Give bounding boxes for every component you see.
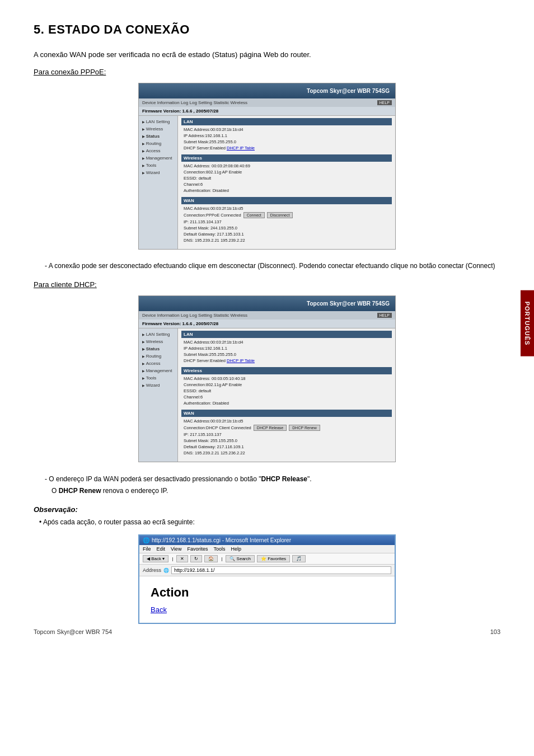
r2-sidebar-wireless[interactable]: Wireless (139, 338, 177, 345)
ie-titlebar-text: http://192.168.1.1/status.cgi - Microsof… (152, 537, 291, 543)
observation-bullet: Após cada acção, o router passa ao ecrã … (39, 517, 500, 528)
ie-back-link[interactable]: Back (151, 605, 383, 614)
ie-address-input[interactable] (171, 566, 391, 574)
bullet2-line2: O DHCP Renew renova o endereço IP. (51, 487, 168, 495)
router2-wireless-title: Wireless (181, 367, 392, 374)
ie-menu-file[interactable]: File (143, 546, 151, 552)
router2-wireless-row2: ESSID: default (181, 388, 392, 394)
ie-search-btn[interactable]: 🔍 Search (226, 555, 255, 562)
router1-wan-row1: Connection:PPPoE Connected Connect Disco… (181, 212, 392, 219)
ie-menu-favorites[interactable]: Favorites (187, 546, 208, 552)
r2-sidebar-management[interactable]: Management (139, 367, 177, 374)
router2-wireless-row1: Connection:802.11g AP Enable (181, 382, 392, 388)
router2-lan-row3: DHCP Server:Enabled DHCP IP Table (181, 358, 392, 364)
sidebar-management[interactable]: Management (139, 154, 177, 162)
router1-sidebar: LAN Setting Wireless Status Routing Acce… (139, 116, 178, 249)
intro-text: A conexão WAN pode ser verificada no ecr… (34, 50, 500, 59)
router1-wan-block: WAN MAC Address:00:03:2f:1b:1b:d5 Connec… (181, 197, 392, 243)
ie-address-label: Address (143, 567, 161, 573)
router1-help-btn[interactable]: HELP (377, 100, 392, 105)
router2-wireless-row0: MAC Address: 00:03:05:10:40:18 (181, 375, 392, 382)
router1-firmware: Firmware Version: 1.6.6 , 2005/07/28 (139, 107, 395, 116)
router1-lan-title: LAN (181, 118, 392, 125)
router2-dhcp-release-btn[interactable]: DHCP Release (254, 425, 287, 431)
router2-screenshot: Topcom Skyr@cer WBR 754SG Device Informa… (138, 295, 396, 462)
ie-home-btn[interactable]: 🏠 (204, 555, 218, 562)
footer-right: 103 (490, 628, 500, 635)
ie-menu-help[interactable]: Help (231, 546, 241, 552)
router2-wireless-block: Wireless MAC Address: 00:03:05:10:40:18 … (181, 367, 392, 406)
router2-wan-connection-text: Connection:DHCP Client Connected (184, 425, 252, 430)
ie-refresh-btn[interactable]: ↻ (190, 555, 202, 562)
router2-dhcp-table-link[interactable]: DHCP IP Table (227, 358, 255, 363)
router2-dhcp-renew-btn[interactable]: DHCP Renew (289, 425, 320, 431)
router2-wireless-row3: Channel:6 (181, 394, 392, 400)
sidebar-status[interactable]: Status (139, 133, 177, 140)
router2-wan-block: WAN MAC Address:00:03:2f:1b:1b:d5 Connec… (181, 410, 392, 456)
ie-menu-edit[interactable]: Edit (157, 546, 166, 552)
router1-wan-row2: IP: 211.135.104.137 (181, 219, 392, 225)
router1-wireless-row0: MAC Address: 00:03:2f:08:08:40:69 (181, 163, 392, 169)
ie-favorites-btn[interactable]: ⭐ Favorites (257, 555, 290, 562)
router1-wan-row4: Default Gateway: 217.135.103.1 (181, 231, 392, 237)
router1-wireless-row1: Connection:802.11g AP Enable (181, 169, 392, 175)
sidebar-access[interactable]: Access (139, 147, 177, 154)
r2-sidebar-routing[interactable]: Routing (139, 353, 177, 360)
r2-sidebar-lan-setting[interactable]: LAN Setting (139, 331, 177, 338)
router2-lan-row1: IP Address:192.168.1.1 (181, 345, 392, 351)
r2-sidebar-tools[interactable]: Tools (139, 374, 177, 382)
router1-body: LAN Setting Wireless Status Routing Acce… (139, 116, 395, 249)
router2-body: LAN Setting Wireless Status Routing Acce… (139, 328, 395, 462)
ie-content: Action Back (139, 576, 395, 623)
router1-nav: Device Information Log Log Setting Stati… (139, 98, 395, 107)
router1-lan-row1: IP Address:192.168.1.1 (181, 133, 392, 139)
sidebar-language-tab: PORTUGUÊS (521, 290, 534, 356)
sidebar-tools[interactable]: Tools (139, 162, 177, 169)
router2-help-btn[interactable]: HELP (377, 313, 392, 318)
ie-media-btn[interactable]: 🎵 (292, 555, 306, 562)
router1-wireless-row3: Channel:6 (181, 181, 392, 187)
bullet2-line1: O endereço IP da WAN poderá ser desactiv… (49, 475, 311, 483)
r2-sidebar-access[interactable]: Access (139, 360, 177, 367)
r2-sidebar-status[interactable]: Status (139, 345, 177, 353)
router2-main: LAN MAC Address:00:03:2f:1b:1b:d4 IP Add… (178, 328, 395, 462)
router1-disconnect-btn[interactable]: Disconnect (267, 212, 293, 218)
router1-wireless-title: Wireless (181, 154, 392, 162)
router2-lan-dhcp-text: DHCP Server:Enabled (184, 358, 227, 363)
router2-wan-row3: Subnet Mask: 255.155.255.0 (181, 438, 392, 444)
ie-titlebar-icon: 🌐 (143, 537, 149, 543)
router1-brand: Topcom Skyr@cer WBR 754SG (139, 83, 395, 98)
router2-lan-row0: MAC Address:00:03:2f:1b:1b:d4 (181, 339, 392, 345)
footer-left: Topcom Skyr@cer WBR 754 (34, 628, 112, 635)
router1-wan-connection-text: Connection:PPPoE Connected (184, 213, 242, 218)
sidebar-wizard[interactable]: Wizard (139, 169, 177, 176)
ie-titlebar: 🌐 http://192.168.1.1/status.cgi - Micros… (139, 536, 395, 545)
sidebar-wireless[interactable]: Wireless (139, 125, 177, 133)
router1-lan-block: LAN MAC Address:00:03:2f:1b:1b:d4 IP Add… (181, 118, 392, 151)
sidebar-lan-setting[interactable]: LAN Setting (139, 118, 177, 125)
sidebar-routing[interactable]: Routing (139, 140, 177, 147)
router2-wan-row0: MAC Address:00:03:2f:1b:1b:d5 (181, 418, 392, 424)
router2-wireless-row4: Authentication: Disabled (181, 400, 392, 406)
router1-wan-row0: MAC Address:00:03:2f:1b:1b:d5 (181, 205, 392, 212)
ie-menu-view[interactable]: View (171, 546, 181, 552)
router1-lan-row2: Subnet Mask:255.255.255.0 (181, 139, 392, 145)
router1-screenshot: Topcom Skyr@cer WBR 754SG Device Informa… (138, 83, 396, 250)
router1-dhcp-table-link[interactable]: DHCP IP Table (227, 145, 255, 151)
router2-wan-row2: IP: 217.135.103.137 (181, 431, 392, 438)
page-footer: Topcom Skyr@cer WBR 754 103 (34, 628, 500, 635)
router1-lan-row3: DHCP Server:Enabled DHCP IP Table (181, 145, 392, 151)
router1-wan-title: WAN (181, 197, 392, 204)
router2-wan-row4: Default Gateway: 217.116.109.1 (181, 444, 392, 450)
ie-menu-tools[interactable]: Tools (213, 546, 225, 552)
ie-toolbar-sep: | (172, 556, 173, 561)
router1-wan-row3: Subnet Mask: 244.193.255.0 (181, 225, 392, 231)
ie-toolbar-sep2: | (221, 556, 222, 561)
ie-back-btn[interactable]: ◀ Back ▾ (143, 555, 168, 562)
ie-action-text: Action (151, 585, 383, 600)
section1-heading: Para conexão PPPoE: (34, 68, 500, 76)
router1-connect-btn[interactable]: Connect (243, 212, 265, 218)
ie-stop-btn[interactable]: ✕ (176, 555, 188, 562)
r2-sidebar-wizard[interactable]: Wizard (139, 382, 177, 389)
router2-lan-block: LAN MAC Address:00:03:2f:1b:1b:d4 IP Add… (181, 331, 392, 364)
